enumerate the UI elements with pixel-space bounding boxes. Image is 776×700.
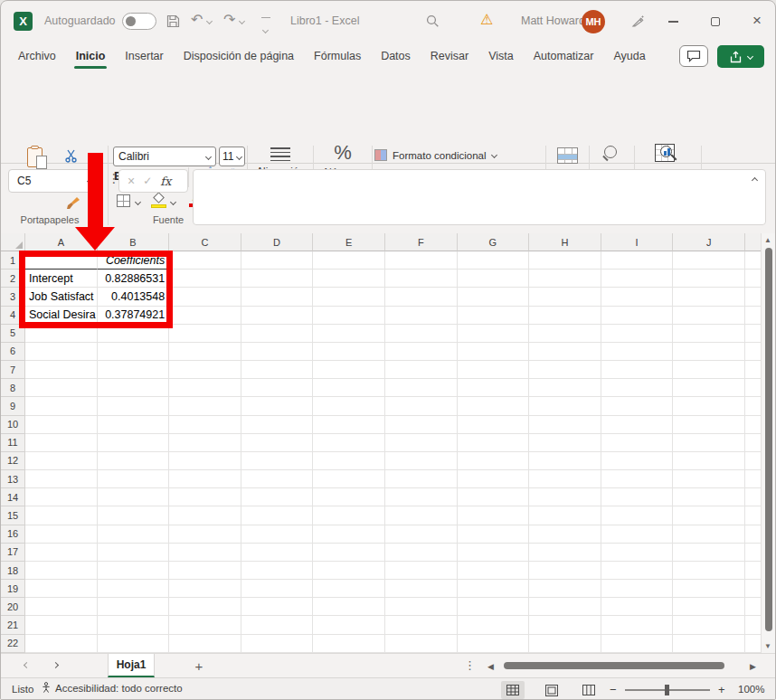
cell-J8[interactable]	[673, 379, 745, 397]
row-header-4[interactable]: 4	[1, 307, 25, 325]
cell-E15[interactable]	[313, 506, 385, 525]
cell-G3[interactable]	[458, 288, 530, 306]
cell-D9[interactable]	[241, 397, 314, 415]
cell-B14[interactable]	[98, 488, 170, 506]
cell-J21[interactable]	[673, 616, 745, 634]
row-header-10[interactable]: 10	[1, 416, 25, 434]
cell-D20[interactable]	[241, 598, 314, 616]
cell-C13[interactable]	[169, 470, 241, 488]
cell-G12[interactable]	[458, 452, 530, 470]
cell-D6[interactable]	[241, 343, 314, 361]
cell-I16[interactable]	[601, 525, 674, 544]
cell-H6[interactable]	[529, 343, 601, 361]
cell-I19[interactable]	[601, 580, 674, 598]
cell-C14[interactable]	[169, 488, 241, 506]
sheet-tab-hoja1[interactable]: Hoja1	[108, 654, 155, 677]
scroll-down-icon[interactable]: ▼	[764, 642, 771, 650]
cell-G8[interactable]	[458, 379, 530, 397]
column-header-G[interactable]: G	[458, 233, 530, 251]
row-header-14[interactable]: 14	[1, 488, 25, 506]
column-header-H[interactable]: H	[529, 233, 601, 251]
cell-D10[interactable]	[241, 416, 314, 434]
cut-icon[interactable]	[64, 149, 78, 163]
cell-F15[interactable]	[385, 506, 458, 525]
cell-D8[interactable]	[241, 379, 314, 397]
cell-D2[interactable]	[241, 270, 314, 288]
cell-E1[interactable]	[313, 251, 385, 270]
cell-J16[interactable]	[673, 525, 745, 544]
cell-D17[interactable]	[241, 544, 314, 562]
cell-E22[interactable]	[313, 635, 385, 653]
cell-C7[interactable]	[169, 361, 241, 379]
cell-A14[interactable]	[25, 488, 98, 506]
cell-J3[interactable]	[673, 288, 745, 306]
cell-G9[interactable]	[458, 397, 530, 415]
cell-E10[interactable]	[313, 416, 385, 434]
cell-G20[interactable]	[458, 598, 530, 616]
cell-H8[interactable]	[529, 379, 601, 397]
cell-I12[interactable]	[601, 452, 674, 470]
cell-B1[interactable]: Coefficients	[98, 251, 170, 270]
accessibility-status[interactable]: Accesibilidad: todo correcto	[41, 682, 183, 694]
cancel-icon[interactable]: ×	[128, 174, 135, 188]
next-sheet-chevron[interactable]	[52, 662, 59, 668]
cell-B4[interactable]: 0.37874921	[98, 307, 170, 325]
cell-I18[interactable]	[601, 562, 674, 580]
row-header-15[interactable]: 15	[1, 506, 25, 525]
row-header-8[interactable]: 8	[1, 379, 25, 397]
cell-D4[interactable]	[241, 307, 314, 325]
undo-icon[interactable]: ↶	[191, 11, 203, 28]
cell-B19[interactable]	[98, 580, 170, 598]
cell-J20[interactable]	[673, 598, 745, 616]
view-normal-button[interactable]	[501, 681, 525, 699]
tab-disposición-de-página[interactable]: Disposición de página	[174, 43, 304, 70]
cell-A12[interactable]	[25, 452, 98, 470]
cell-E2[interactable]	[313, 270, 385, 288]
redo-dropdown-chevron[interactable]	[239, 18, 245, 24]
cell-B20[interactable]	[98, 598, 170, 616]
cell-I21[interactable]	[601, 616, 674, 634]
cell-H9[interactable]	[529, 397, 601, 415]
row-header-2[interactable]: 2	[1, 270, 25, 288]
cell-H16[interactable]	[529, 525, 601, 544]
cell-C19[interactable]	[169, 580, 241, 598]
column-header-F[interactable]: F	[385, 233, 458, 251]
comments-button[interactable]	[679, 45, 708, 67]
row-header-5[interactable]: 5	[1, 325, 25, 343]
cell-E8[interactable]	[313, 379, 385, 397]
undo-dropdown-chevron[interactable]	[206, 18, 213, 24]
cell-E6[interactable]	[313, 343, 385, 361]
cell-J9[interactable]	[673, 397, 745, 415]
cell-B13[interactable]	[98, 470, 170, 488]
cell-G17[interactable]	[458, 544, 530, 562]
tab-vista[interactable]: Vista	[478, 43, 524, 70]
cell-G2[interactable]	[458, 270, 530, 288]
cell-A10[interactable]	[25, 416, 98, 434]
cell-B7[interactable]	[98, 361, 170, 379]
row-header-6[interactable]: 6	[1, 343, 25, 361]
cell-J17[interactable]	[673, 544, 745, 562]
cell-F8[interactable]	[385, 379, 458, 397]
cell-H19[interactable]	[529, 580, 601, 598]
column-header-J[interactable]: J	[673, 233, 745, 251]
horizontal-scroll-thumb[interactable]	[504, 662, 724, 669]
cell-D12[interactable]	[241, 452, 314, 470]
user-name[interactable]: Matt Howard	[521, 14, 585, 27]
cell-F4[interactable]	[385, 307, 458, 325]
tab-datos[interactable]: Datos	[371, 43, 421, 70]
vertical-scrollbar[interactable]: ▲ ▼	[761, 233, 775, 653]
cell-J18[interactable]	[673, 562, 745, 580]
cell-G5[interactable]	[458, 325, 530, 343]
cell-C12[interactable]	[169, 452, 241, 470]
enter-icon[interactable]: ✓	[143, 175, 152, 187]
row-header-1[interactable]: 1	[1, 251, 25, 270]
cell-E17[interactable]	[313, 544, 385, 562]
cell-G10[interactable]	[458, 416, 530, 434]
cell-J12[interactable]	[673, 452, 745, 470]
zoom-out-button[interactable]: −	[610, 683, 617, 696]
cell-B6[interactable]	[98, 343, 170, 361]
cell-J5[interactable]	[673, 325, 745, 343]
cell-F10[interactable]	[385, 416, 458, 434]
cell-F13[interactable]	[385, 470, 458, 488]
cell-D21[interactable]	[241, 616, 314, 634]
